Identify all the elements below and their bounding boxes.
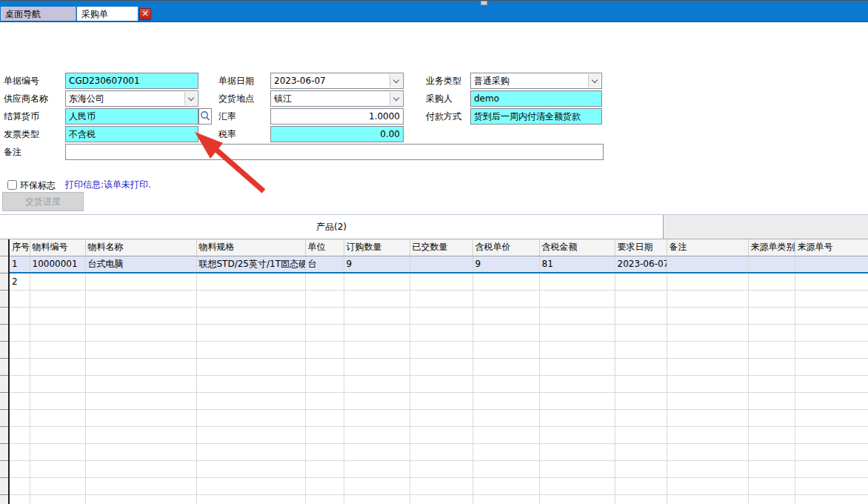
delivery-place-value: 镇江 [274,93,292,104]
row-header-cell[interactable] [0,358,9,375]
doc-no-label: 单据编号 [4,74,39,87]
row-header-cell[interactable] [0,460,9,477]
invoice-type-field[interactable]: 不含税 [65,126,198,142]
titlebar-edge [0,21,868,22]
tab-purchase-order[interactable]: 采购单 [77,7,138,22]
supplier-select[interactable]: 东海公司 [65,90,198,107]
col-material-name[interactable]: 物料名称 [85,239,196,256]
col-unit[interactable]: 单位 [305,239,344,256]
row-header-cell[interactable] [0,409,9,426]
purchaser-field[interactable]: demo [470,90,602,107]
currency-label: 结算货币 [4,110,39,123]
row-header-cell[interactable] [0,341,9,358]
chevron-down-icon[interactable] [588,74,601,87]
exchange-rate-field[interactable]: 1.0000 [270,108,404,125]
delivery-place-label: 交货地点 [218,92,254,105]
tab-products[interactable]: 产品(2) [0,215,664,239]
invoice-type-label: 发票类型 [4,127,39,141]
col-order-qty[interactable]: 订购数量 [344,239,410,256]
grid-header-row: 序号 物料编号 物料名称 物料规格 单位 订购数量 已交数量 含税单价 含税金额… [0,239,868,256]
table-row[interactable] [0,324,868,341]
row-header-cell[interactable] [0,426,9,443]
payment-field[interactable]: 货到后一周内付清全额货款 [470,108,602,125]
table-row[interactable] [0,409,868,426]
table-row[interactable] [0,426,868,443]
print-info-text: 打印信息:该单未打印. [65,179,151,191]
doc-date-value: 2023-06-07 [274,76,326,86]
purchaser-label: 采购人 [426,92,453,105]
purchase-order-window: 桌面导航 采购单 ✕ 单据编号 CGD230607001 供应商名称 东海公司 … [0,0,868,504]
table-row[interactable] [0,477,868,494]
col-remark[interactable]: 备注 [667,239,748,256]
row-header-cell[interactable] [0,273,9,290]
tax-rate-field[interactable]: 0.00 [270,126,404,142]
eco-mark-checkbox[interactable] [7,180,17,190]
table-row[interactable] [0,460,868,477]
doc-date-label: 单据日期 [218,74,254,87]
col-delivered-qty[interactable]: 已交数量 [410,239,473,256]
grid-corner[interactable] [0,239,9,256]
chevron-down-icon[interactable] [184,92,197,105]
row-header-cell[interactable] [0,307,9,324]
tab-desktop-navigation[interactable]: 桌面导航 [1,7,76,22]
search-icon[interactable] [198,108,212,125]
currency-field[interactable]: 人民币 [65,108,198,125]
table-row[interactable] [0,392,868,409]
table-row[interactable] [0,494,868,504]
supplier-value: 东海公司 [69,93,104,104]
exchange-rate-label: 汇率 [218,110,236,123]
biz-type-label: 业务类型 [426,74,461,87]
tax-rate-label: 税率 [218,127,236,141]
col-source-type[interactable]: 来源单类别 [748,239,795,256]
row-header-cell[interactable] [0,477,9,494]
chevron-down-icon[interactable] [390,74,402,87]
col-material-spec[interactable]: 物料规格 [196,239,305,256]
col-seq[interactable]: 序号 [9,239,30,256]
table-row[interactable] [0,443,868,460]
row-header-cell[interactable] [0,324,9,341]
row-header-cell[interactable] [0,290,9,307]
table-row[interactable] [0,290,868,307]
biz-type-value: 普通采购 [474,76,510,86]
row-header-cell[interactable] [0,256,9,273]
remark-label: 备注 [4,145,21,159]
delivery-place-select[interactable]: 镇江 [270,90,404,107]
eco-mark-label: 环保标志 [20,179,56,192]
chevron-down-icon[interactable] [390,92,402,105]
window-grip [481,1,487,5]
table-row[interactable] [0,307,868,324]
payment-label: 付款方式 [426,110,461,123]
close-icon[interactable]: ✕ [139,8,151,20]
col-material-no[interactable]: 物料编号 [30,239,85,256]
supplier-label: 供应商名称 [4,92,48,105]
remark-field[interactable] [65,144,604,160]
table-row[interactable] [0,341,868,358]
doc-no-field[interactable]: CGD230607001 [65,73,198,89]
products-grid: 序号 物料编号 物料名称 物料规格 单位 订购数量 已交数量 含税单价 含税金额… [0,239,868,504]
row-header-cell[interactable] [0,392,9,409]
row-header-cell[interactable] [0,443,9,460]
row-header-cell[interactable] [0,494,9,504]
table-row[interactable]: 1 10000001 台式电脑 联想STD/25英寸/1T固态硬盘 台 9 9 … [0,256,868,273]
doc-date-select[interactable]: 2023-06-07 [270,73,404,89]
col-unit-price-taxed[interactable]: 含税单价 [473,239,539,256]
products-tabstrip: 产品(2) [0,214,868,239]
biz-type-select[interactable]: 普通采购 [470,73,602,89]
col-amount-taxed[interactable]: 含税金额 [539,239,615,256]
row-header-cell[interactable] [0,375,9,392]
col-source-no[interactable]: 来源单号 [795,239,868,256]
col-required-date[interactable]: 要求日期 [615,239,667,256]
table-row[interactable] [0,375,868,392]
delivery-progress-button[interactable]: 交货进度 [2,192,84,211]
titlebar: 桌面导航 采购单 ✕ [0,0,868,22]
table-row[interactable] [0,358,868,375]
table-row[interactable]: 2 [0,273,868,290]
